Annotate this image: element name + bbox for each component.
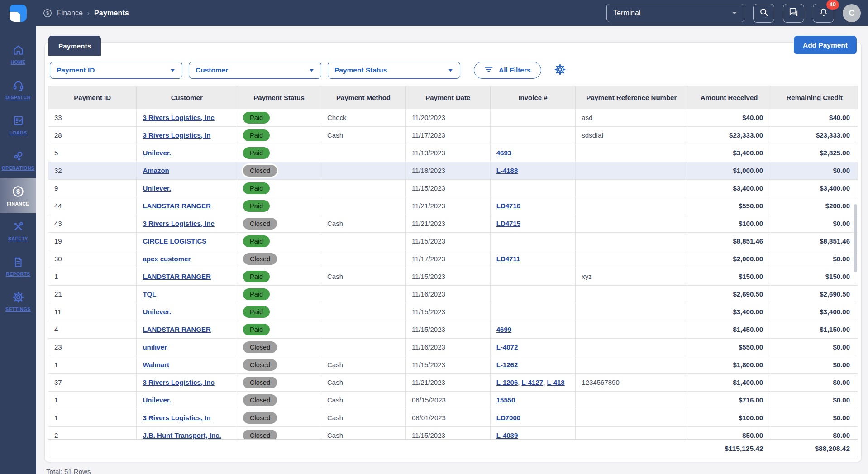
customer-link[interactable]: uniliver (143, 343, 167, 351)
sidebar-item-finance[interactable]: $ FINANCE (0, 178, 36, 213)
invoice-link[interactable]: LD4711 (496, 255, 520, 263)
table-row[interactable]: 43 3 Rivers Logistics, Inc Closed Cash 1… (48, 215, 858, 232)
customer-link[interactable]: Unilever. (143, 149, 171, 157)
status-badge: Paid (243, 129, 270, 141)
sidebar-item-dispatch[interactable]: DISPATCH (0, 72, 36, 107)
invoice-link[interactable]: L-4127 (522, 378, 544, 386)
breadcrumb-section[interactable]: Finance (57, 9, 83, 17)
invoice-link[interactable]: LD4715 (496, 220, 520, 227)
invoice-link[interactable]: LD7000 (496, 414, 520, 421)
cell-payment-id: 2 (48, 426, 137, 439)
sidebar-item-home[interactable]: HOME (0, 37, 36, 72)
cell-customer: Unilever. (137, 303, 237, 321)
column-header-payment-id[interactable]: Payment ID (48, 86, 137, 109)
notifications-button[interactable]: 40 (813, 4, 834, 23)
column-header-payment-status[interactable]: Payment Status (237, 86, 321, 109)
cell-payment-method: Cash (321, 356, 406, 373)
table-row[interactable]: 1 Unilever. Closed Cash 06/15/2023 15550… (48, 391, 858, 409)
customer-link[interactable]: LANDSTAR RANGER (143, 273, 211, 280)
table-row[interactable]: 5 Unilever. Paid 11/13/2023 4693 $3,400.… (48, 144, 858, 162)
customer-link[interactable]: LANDSTAR RANGER (143, 202, 211, 210)
chat-button[interactable] (783, 4, 804, 23)
customer-link[interactable]: 3 Rivers Logistics, Inc (143, 378, 214, 386)
customer-link[interactable]: Unilever. (143, 308, 171, 316)
cell-payment-id: 43 (48, 215, 137, 232)
cell-payment-date: 11/21/2023 (405, 373, 490, 391)
customer-link[interactable]: 3 Rivers Logistics, Inc (143, 220, 214, 227)
cell-amount-received: $40.00 (687, 109, 771, 126)
invoice-link[interactable]: L-4072 (496, 343, 518, 351)
customer-link[interactable]: Unilever. (143, 184, 171, 192)
table-row[interactable]: 23 uniliver Closed 11/16/2023 L-4072 $55… (48, 338, 858, 356)
invoice-link[interactable]: L-1206 (496, 378, 518, 386)
table-row[interactable]: 1 3 Rivers Logistics, In Closed Cash 08/… (48, 409, 858, 426)
column-header-amount-received[interactable]: Amount Received (687, 86, 771, 109)
customer-link[interactable]: LANDSTAR RANGER (143, 326, 211, 333)
sidebar-item-operations[interactable]: OPERATIONS (0, 143, 36, 178)
column-header-remaining-credit[interactable]: Remaining Credit (771, 86, 858, 109)
table-row[interactable]: 11 Unilever. Paid 11/15/2023 $3,400.00 $… (48, 303, 858, 321)
invoice-link[interactable]: LD4716 (496, 202, 520, 210)
cell-customer: LANDSTAR RANGER (137, 197, 237, 215)
table-row[interactable]: 37 3 Rivers Logistics, Inc Closed Cash 1… (48, 373, 858, 391)
table-row[interactable]: 19 CIRCLE LOGISTICS Paid 11/15/2023 $8,8… (48, 232, 858, 250)
table-row[interactable]: 21 TQL Paid 11/16/2023 $2,690.50 $2,690.… (48, 285, 858, 303)
search-button[interactable] (753, 4, 774, 23)
cell-invoice (490, 232, 576, 250)
table-row[interactable]: 28 3 Rivers Logistics, In Paid Cash 11/1… (48, 126, 858, 144)
status-badge: Closed (243, 359, 277, 371)
invoice-link[interactable]: L-418 (547, 378, 564, 386)
table-row[interactable]: 2 J.B. Hunt Transport, Inc. Closed Cash … (48, 426, 858, 439)
table-settings-button[interactable] (554, 63, 566, 77)
sidebar-item-safety[interactable]: SAFETY (0, 213, 36, 249)
customer-link[interactable]: Amazon (143, 167, 169, 174)
customer-link[interactable]: 3 Rivers Logistics, In (143, 131, 210, 139)
column-header-payment-date[interactable]: Payment Date (405, 86, 490, 109)
table-row[interactable]: 44 LANDSTAR RANGER Paid 11/21/2023 LD471… (48, 197, 858, 215)
customer-link[interactable]: CIRCLE LOGISTICS (143, 237, 206, 245)
invoice-link[interactable]: 4693 (496, 149, 511, 157)
table-row[interactable]: 32 Amazon Closed 11/18/2023 L-4188 $1,00… (48, 162, 858, 179)
column-header-payment-method[interactable]: Payment Method (321, 86, 406, 109)
avatar[interactable]: C (843, 4, 861, 22)
customer-link[interactable]: TQL (143, 290, 156, 298)
tab-payments[interactable]: Payments (48, 36, 101, 56)
sidebar-item-settings[interactable]: SETTINGS (0, 284, 36, 319)
add-payment-button[interactable]: Add Payment (794, 36, 857, 54)
customer-link[interactable]: 3 Rivers Logistics, Inc (143, 114, 214, 121)
table-row[interactable]: 1 LANDSTAR RANGER Paid Cash 11/15/2023 x… (48, 268, 858, 285)
filter-customer[interactable]: Customer (189, 62, 321, 79)
table-row[interactable]: 4 LANDSTAR RANGER Paid 11/15/2023 4699 $… (48, 321, 858, 338)
all-filters-button[interactable]: All Filters (474, 62, 541, 79)
table-row[interactable]: 30 apex customer Closed 11/17/2023 LD471… (48, 250, 858, 268)
table-scrollbar[interactable] (854, 204, 857, 272)
customer-link[interactable]: Unilever. (143, 396, 171, 404)
app-logo[interactable] (0, 5, 36, 22)
invoice-link[interactable]: 4699 (496, 326, 511, 333)
breadcrumb-page: Payments (94, 9, 129, 17)
cell-reference: xyz (576, 268, 687, 285)
column-header-invoice[interactable]: Invoice # (490, 86, 576, 109)
customer-link[interactable]: J.B. Hunt Transport, Inc. (143, 431, 221, 439)
invoice-link[interactable]: L-4188 (496, 167, 518, 174)
terminal-dropdown[interactable]: Terminal (606, 4, 744, 22)
customer-link[interactable]: apex customer (143, 255, 191, 263)
invoice-link[interactable]: 15550 (496, 396, 515, 404)
cell-payment-id: 33 (48, 109, 137, 126)
column-header-reference[interactable]: Payment Reference Number (576, 86, 687, 109)
table-row[interactable]: 33 3 Rivers Logistics, Inc Paid Check 11… (48, 109, 858, 126)
table-row[interactable]: 9 Unilever. Paid 11/15/2023 $3,400.00 $3… (48, 179, 858, 197)
invoice-link[interactable]: L-4039 (496, 431, 518, 439)
cell-customer: TQL (137, 285, 237, 303)
cell-payment-status: Closed (237, 338, 321, 356)
customer-link[interactable]: 3 Rivers Logistics, In (143, 414, 210, 421)
filter-payment-id[interactable]: Payment ID (50, 62, 182, 79)
cell-payment-status: Paid (237, 109, 321, 126)
sidebar-item-reports[interactable]: REPORTS (0, 249, 36, 284)
filter-payment-status[interactable]: Payment Status (328, 62, 460, 79)
customer-link[interactable]: Walmart (143, 361, 169, 369)
table-row[interactable]: 1 Walmart Closed Cash 11/15/2023 L-1262 … (48, 356, 858, 373)
invoice-link[interactable]: L-1262 (496, 361, 518, 369)
sidebar-item-loads[interactable]: LOADS (0, 107, 36, 143)
column-header-customer[interactable]: Customer (137, 86, 237, 109)
